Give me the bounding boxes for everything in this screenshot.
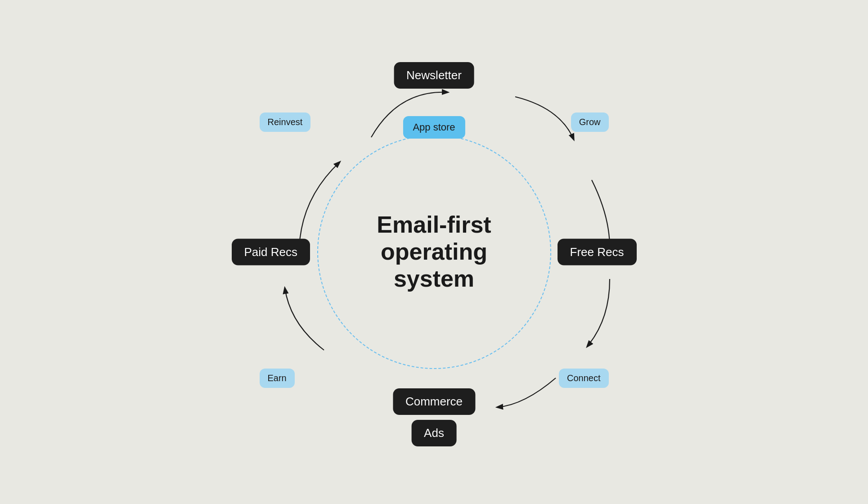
center-line2: operating xyxy=(381,238,487,265)
node-paidrecs: Paid Recs xyxy=(232,239,310,266)
node-freerecs: Free Recs xyxy=(558,239,637,266)
node-appstore: App store xyxy=(403,116,465,139)
center-line3: system xyxy=(394,266,474,292)
node-reinvest: Reinvest xyxy=(260,112,311,132)
node-connect: Connect xyxy=(559,369,609,388)
center-text: Email-first operating system xyxy=(362,212,506,292)
node-earn: Earn xyxy=(260,369,295,388)
node-newsletter: Newsletter xyxy=(394,62,474,89)
center-line1: Email-first xyxy=(377,212,491,238)
node-grow: Grow xyxy=(571,112,609,132)
node-ads: Ads xyxy=(411,420,457,446)
diagram-container: Email-first operating system Newsletter … xyxy=(232,50,637,454)
node-commerce: Commerce xyxy=(393,388,475,415)
